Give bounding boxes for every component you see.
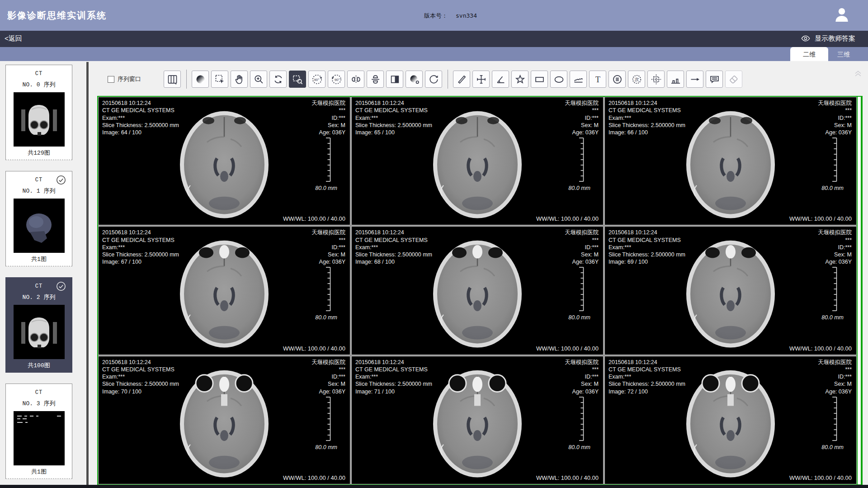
polygon-measure-button[interactable] bbox=[511, 71, 528, 88]
sidebar-series-card-0[interactable]: CTNO. 0 序列共129图 bbox=[5, 65, 72, 160]
sidebar-scrollbar-thumb[interactable] bbox=[86, 62, 89, 485]
cell-age: Age: 036Y bbox=[818, 129, 852, 136]
layout-button[interactable] bbox=[164, 71, 181, 88]
cell-stars: *** bbox=[818, 366, 852, 373]
viewer-cell-7[interactable]: 20150618 10:12:24CT GE MEDICAL SYSTEMSEx… bbox=[98, 356, 350, 484]
toolbar-collapse-button[interactable] bbox=[853, 68, 864, 79]
cell-stars: *** bbox=[565, 366, 599, 373]
length-measure-button[interactable] bbox=[453, 71, 470, 88]
reset-button[interactable] bbox=[425, 71, 442, 88]
histogram-icon bbox=[670, 73, 682, 85]
rotate-free-button[interactable] bbox=[269, 71, 287, 88]
cell-window-level: WW/WL: 100.00 / 40.00 bbox=[536, 215, 599, 222]
crosshair-measure-button[interactable] bbox=[472, 71, 490, 88]
comment-icon bbox=[708, 73, 721, 85]
cell-age: Age: 036Y bbox=[818, 388, 852, 395]
viewer-scrollbar[interactable] bbox=[857, 97, 862, 484]
tab-2d[interactable]: 二维 bbox=[790, 47, 828, 61]
viewer-cell-6[interactable]: 20150618 10:12:24CT GE MEDICAL SYSTEMSEx… bbox=[604, 226, 857, 355]
cell-stars: *** bbox=[311, 107, 345, 114]
cell-hospital: 天堰模拟医院 bbox=[311, 359, 345, 366]
cell-stars: *** bbox=[818, 237, 852, 244]
ellipse-roi-button[interactable] bbox=[550, 71, 567, 88]
series-window-checkbox[interactable] bbox=[108, 76, 114, 83]
cell-exam: Exam:*** bbox=[609, 114, 685, 122]
curve-measure-button[interactable] bbox=[570, 71, 587, 88]
cell-overlay-left: 20150618 10:12:24CT GE MEDICAL SYSTEMSEx… bbox=[102, 229, 179, 265]
cell-sex: Sex: M bbox=[565, 122, 599, 129]
viewer-cell-1[interactable]: 20150618 10:12:24CT GE MEDICAL SYSTEMSEx… bbox=[98, 97, 350, 225]
cell-sex: Sex: M bbox=[818, 251, 852, 258]
viewer-cell-3[interactable]: 20150618 10:12:24CT GE MEDICAL SYSTEMSEx… bbox=[604, 97, 857, 225]
comment-button[interactable] bbox=[706, 71, 723, 88]
window-preset-button[interactable] bbox=[406, 71, 423, 88]
series-window-label: 序列窗口 bbox=[118, 75, 141, 83]
cell-window-level: WW/WL: 100.00 / 40.00 bbox=[536, 345, 599, 352]
user-avatar-button[interactable] bbox=[833, 6, 851, 24]
invert-button[interactable] bbox=[386, 71, 403, 88]
cell-hospital: 天堰模拟医院 bbox=[818, 359, 852, 366]
localizer-button[interactable] bbox=[647, 71, 665, 88]
cell-scale-label: 80.0 mm bbox=[315, 444, 337, 450]
cell-image-number: Image: 72 / 100 bbox=[609, 388, 685, 395]
viewer-cell-4[interactable]: 20150618 10:12:24CT GE MEDICAL SYSTEMSEx… bbox=[98, 226, 350, 355]
cell-overlay-left: 20150618 10:12:24CT GE MEDICAL SYSTEMSEx… bbox=[355, 229, 432, 265]
cell-scale-label: 80.0 mm bbox=[821, 444, 844, 450]
cell-manufacturer: CT GE MEDICAL SYSTEMS bbox=[609, 237, 685, 244]
cell-scale-label: 80.0 mm bbox=[315, 185, 337, 191]
cell-overlay-right: 天堰模拟医院***ID:***Sex: MAge: 036Y bbox=[818, 359, 852, 395]
cell-window-level: WW/WL: 100.00 / 40.00 bbox=[536, 474, 599, 481]
viewer-container: 20150618 10:12:24CT GE MEDICAL SYSTEMSEx… bbox=[97, 96, 863, 485]
zoom-in-button[interactable] bbox=[250, 71, 267, 88]
sidebar-series-card-2[interactable]: CTNO. 2 序列共100图 bbox=[5, 277, 72, 373]
rotate-90-ccw-button[interactable]: 90° bbox=[308, 71, 326, 88]
cine-count-button[interactable]: 次 bbox=[628, 71, 645, 88]
pan-button[interactable] bbox=[231, 71, 248, 88]
sidebar-scrollbar[interactable] bbox=[86, 62, 89, 485]
cell-slice-thickness: Slice Thickness: 2.500000 mm bbox=[355, 251, 432, 258]
series-name: NO. 2 序列 bbox=[6, 293, 72, 301]
window-level-button[interactable] bbox=[192, 71, 209, 88]
cell-overlay-left: 20150618 10:12:24CT GE MEDICAL SYSTEMSEx… bbox=[102, 99, 179, 136]
cell-overlay-right: 天堰模拟医院***ID:***Sex: MAge: 036Y bbox=[565, 359, 599, 395]
cell-slice-thickness: Slice Thickness: 2.500000 mm bbox=[102, 251, 179, 258]
cell-image-number: Image: 64 / 100 bbox=[102, 129, 179, 136]
cell-overlay-left: 20150618 10:12:24CT GE MEDICAL SYSTEMSEx… bbox=[609, 229, 685, 265]
rect-icon bbox=[533, 73, 546, 85]
arrow-annotation-button[interactable] bbox=[686, 71, 703, 88]
window-preset-icon bbox=[408, 73, 420, 85]
selected-check-icon bbox=[56, 281, 66, 292]
curve-icon bbox=[572, 73, 585, 85]
viewer-cell-5[interactable]: 20150618 10:12:24CT GE MEDICAL SYSTEMSEx… bbox=[351, 226, 604, 355]
rotate-90-cw-button[interactable]: 90° bbox=[328, 71, 345, 88]
selected-check-icon bbox=[56, 175, 66, 185]
toolbar-buttons: 90°90°T次 bbox=[164, 70, 745, 89]
back-button[interactable]: <返回 bbox=[5, 34, 22, 43]
chevron-double-up-icon bbox=[853, 68, 863, 78]
cell-stars: *** bbox=[311, 237, 345, 244]
viewer-cell-9[interactable]: 20150618 10:12:24CT GE MEDICAL SYSTEMSEx… bbox=[604, 356, 857, 484]
show-teacher-answer-button[interactable]: 显示教师答案 bbox=[801, 33, 855, 43]
region-zoom-button[interactable] bbox=[289, 71, 306, 88]
flip-vertical-button[interactable] bbox=[367, 71, 384, 88]
text-annotation-button[interactable]: T bbox=[589, 71, 606, 88]
viewer-toolbar: 序列窗口 90°90°T次 bbox=[108, 69, 745, 89]
eraser-button[interactable] bbox=[725, 71, 742, 88]
viewer-cell-8[interactable]: 20150618 10:12:24CT GE MEDICAL SYSTEMSEx… bbox=[351, 356, 604, 484]
annotation-list-button[interactable] bbox=[609, 71, 626, 88]
cell-image-number: Image: 65 / 100 bbox=[355, 129, 432, 136]
sidebar-series-card-3[interactable]: CTNO. 3 序列共1图 bbox=[5, 384, 72, 479]
viewer-cell-2[interactable]: 20150618 10:12:24CT GE MEDICAL SYSTEMSEx… bbox=[351, 97, 604, 225]
select-button[interactable] bbox=[211, 71, 228, 88]
cell-scale-label: 80.0 mm bbox=[568, 444, 590, 450]
flip-horizontal-button[interactable] bbox=[347, 71, 364, 88]
angle-measure-button[interactable] bbox=[492, 71, 509, 88]
cell-image-number: Image: 71 / 100 bbox=[355, 388, 432, 395]
histogram-button[interactable] bbox=[667, 71, 684, 88]
cell-overlay-right: 天堰模拟医院***ID:***Sex: MAge: 036Y bbox=[565, 229, 599, 265]
sidebar-series-card-1[interactable]: CTNO. 1 序列共1图 bbox=[5, 171, 72, 266]
cell-window-level: WW/WL: 100.00 / 40.00 bbox=[789, 215, 852, 222]
rect-roi-button[interactable] bbox=[531, 71, 548, 88]
app-header: 影像诊断思维实训系统 版本号：svn334 bbox=[0, 0, 868, 31]
tab-3d[interactable]: 三维 bbox=[829, 47, 858, 61]
